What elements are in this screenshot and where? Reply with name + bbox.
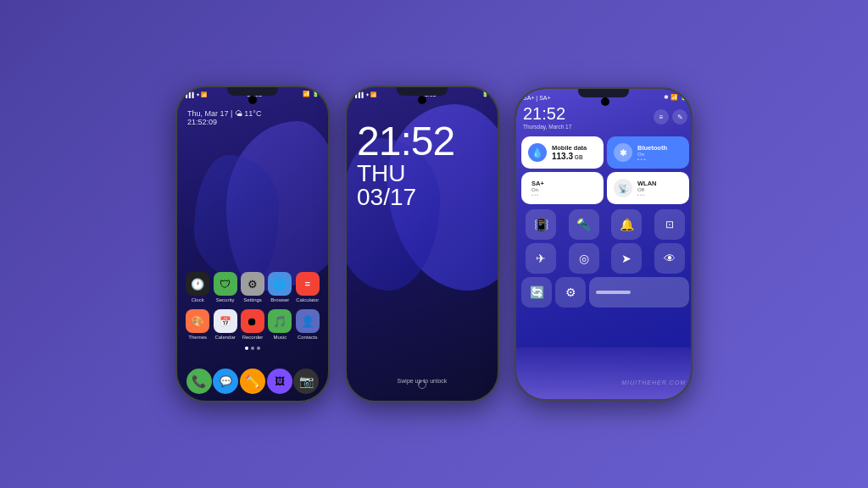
dock-gallery[interactable]: 🖼 <box>267 369 292 394</box>
bluetooth-dot: • • • <box>637 157 667 162</box>
bluetooth-icon: ✱ <box>614 143 632 162</box>
bell-icon: 🔔 <box>620 218 634 231</box>
camera-punch-hole-3 <box>601 97 609 106</box>
watermark: MIUITHEHER.COM <box>621 380 686 385</box>
settings-icon-btn[interactable]: ≡ <box>654 109 669 125</box>
bluetooth-tile[interactable]: ✱ Bluetooth On • • • <box>607 136 689 169</box>
brightness-slider[interactable] <box>589 277 689 308</box>
carrier-signal: ▌▌▌ ✦ 📶 <box>186 92 207 97</box>
lock-hour-display: 21:52 <box>357 121 454 162</box>
phone-3-control-center: SA+ | SA+ ✱ 📶 🔋 21:52 Thursday, March 17… <box>515 87 693 401</box>
app-contacts[interactable]: 👤 Contacts <box>296 309 320 340</box>
edit-icon-btn[interactable]: ✎ <box>672 109 687 125</box>
control-bottom-blur <box>516 347 693 401</box>
bluetooth-title: Bluetooth <box>637 144 667 152</box>
dock-notes[interactable]: ✏️ <box>240 369 265 394</box>
wifi-status-icon: 📶 <box>670 94 678 101</box>
icon-row-3: 🔄 ⚙ <box>516 277 693 308</box>
sa-plus-tile[interactable]: SA+ On • • • <box>521 172 604 204</box>
dock-phone[interactable]: 📞 <box>186 369 212 394</box>
mobile-data-unit: GB <box>573 154 583 160</box>
settings2-icon: ⚙ <box>565 286 576 299</box>
settings2-tile[interactable]: ⚙ <box>555 277 586 308</box>
lock-date-display: 03/17 <box>357 186 454 209</box>
sa-dot: • • • <box>531 192 544 197</box>
brightness-tile[interactable]: ◎ <box>569 243 599 274</box>
mobile-data-title: Mobile data <box>552 144 587 152</box>
location-tile[interactable]: ➤ <box>611 243 642 274</box>
time-widget: Thu, Mar 17 | 🌤 11°C 21:52:09 <box>177 103 328 130</box>
battery-icon-2: 🔋 <box>481 91 489 97</box>
wlan-tile[interactable]: 📡 WLAN Off • • • <box>607 172 689 204</box>
battery-status: 🔋 <box>680 94 687 101</box>
app-calculator[interactable]: = Calculator <box>296 272 320 302</box>
lock-day-display: THU <box>357 162 454 186</box>
icon-row-1: 📳 🔦 🔔 ⊡ <box>516 209 693 240</box>
app-clock[interactable]: 🕐 Clock <box>186 272 209 302</box>
bt-icon: ✱ <box>664 94 669 101</box>
eye-tile[interactable]: 👁 <box>654 243 685 274</box>
clock-display: 21:52:09 <box>187 118 318 126</box>
app-row-2: 🎨 Themes 📅 Calendar ⏺ Recorder 🎵 Music 👤 <box>184 309 321 340</box>
carrier-signal-2: ▌▌▌ ✦ 📶 <box>355 92 376 97</box>
sa-plus-title: SA+ <box>531 180 544 187</box>
edit-icon: ✎ <box>677 114 683 121</box>
camera-punch-hole-2 <box>418 96 426 104</box>
app-themes[interactable]: 🎨 Themes <box>186 309 209 340</box>
brightness-icon: ◎ <box>579 252 589 265</box>
phone-1-homescreen: ▌▌▌ ✦ 📶 21:52 📶 🔋 Thu, Mar 17 | 🌤 11°C 2… <box>175 86 330 402</box>
date-display: Thu, Mar 17 | 🌤 11°C <box>187 109 318 118</box>
lock-time: 21:52 THU 03/17 <box>357 121 454 209</box>
settings-small-icon: ≡ <box>659 114 664 121</box>
control-date: Thursday, March 17 <box>523 124 571 130</box>
icon-row-2: ✈ ◎ ➤ 👁 <box>516 243 693 274</box>
phone-2-lockscreen: ▌▌▌ ✦ 📶 21:52 🔋 21:52 THU 03/17 Swipe up… <box>345 86 499 402</box>
tiles-row-1: 💧 Mobile data 113.3 GB ✱ Bluetooth On <box>521 136 689 169</box>
app-settings[interactable]: ⚙ Settings <box>241 272 264 302</box>
bell-tile[interactable]: 🔔 <box>611 209 642 240</box>
dock: 📞 💬 ✏️ 🖼 📷 <box>177 369 328 394</box>
app-music[interactable]: 🎵 Music <box>268 309 292 340</box>
mobile-data-value: 113.3 <box>552 152 573 161</box>
screen-tile[interactable]: ⊡ <box>654 209 685 240</box>
wifi-icon: 📶 🔋 <box>303 91 320 97</box>
status-icons: 📶 🔋 <box>303 91 320 97</box>
app-browser[interactable]: 🌐 Browser <box>268 272 292 302</box>
app-calendar[interactable]: 📅 Calendar <box>214 309 237 340</box>
flashlight-icon: 🔦 <box>576 218 591 231</box>
page-dots <box>184 347 321 350</box>
app-grid: 🕐 Clock 🛡 Security ⚙ Settings 🌐 Browser <box>177 272 328 354</box>
wlan-icon: 📡 <box>614 179 632 197</box>
airplane-icon: ✈ <box>536 252 546 265</box>
mobile-data-tile[interactable]: 💧 Mobile data 113.3 GB <box>521 136 604 169</box>
slider-fill <box>596 291 631 294</box>
wlan-dot: • • • <box>637 192 657 197</box>
location-icon: ➤ <box>621 252 632 265</box>
vibrate-icon: 📳 <box>534 218 548 231</box>
wlan-title: WLAN <box>637 180 657 187</box>
camera-punch-hole <box>248 96 257 104</box>
tiles-row-2: SA+ On • • • 📡 WLAN Off • • • <box>521 172 689 204</box>
control-time-row: 21:52 Thursday, March 17 ≡ ✎ <box>516 103 693 133</box>
flashlight-tile[interactable]: 🔦 <box>569 209 599 240</box>
app-recorder[interactable]: ⏺ Recorder <box>241 309 264 340</box>
app-row-1: 🕐 Clock 🛡 Security ⚙ Settings 🌐 Browser <box>184 272 321 302</box>
carrier-label: SA+ | SA+ <box>523 95 551 101</box>
control-header-icons: ≡ ✎ <box>654 109 687 125</box>
vibrate-tile[interactable]: 📳 <box>526 209 556 240</box>
status-icons-right: ✱ 📶 🔋 <box>664 94 687 101</box>
airplane-tile[interactable]: ✈ <box>526 243 556 274</box>
mobile-data-icon: 💧 <box>528 143 547 162</box>
screen-cast-icon: ⊡ <box>665 219 674 230</box>
eye-icon: 👁 <box>664 252 676 265</box>
rotate-tile[interactable]: 🔄 <box>521 277 552 308</box>
rotate-icon: 🔄 <box>530 286 544 299</box>
dock-camera[interactable]: 📷 <box>293 369 319 394</box>
app-security[interactable]: 🛡 Security <box>214 272 237 302</box>
front-camera-bottom <box>418 380 426 389</box>
control-tiles: 💧 Mobile data 113.3 GB ✱ Bluetooth On <box>516 133 693 208</box>
dock-messages[interactable]: 💬 <box>213 369 238 394</box>
control-time: 21:52 <box>523 104 571 124</box>
